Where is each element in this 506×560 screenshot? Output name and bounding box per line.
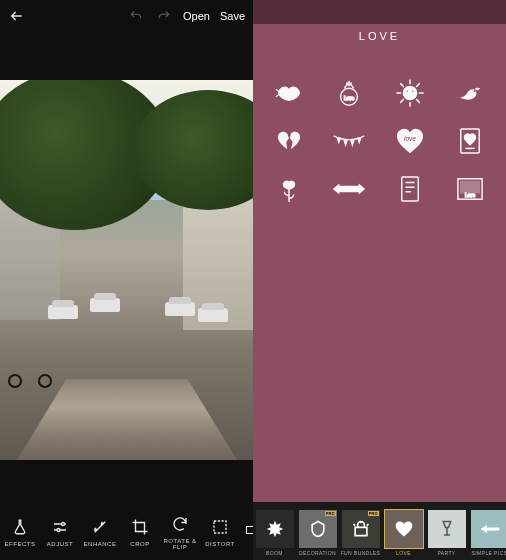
rotate-icon: [170, 514, 190, 534]
category-label: SIMPLE PICS: [472, 550, 506, 556]
crop-icon: [130, 517, 150, 537]
category-simple[interactable]: SIMPLE PICS: [468, 506, 506, 556]
tool-label: DISTORT: [205, 541, 235, 547]
svg-rect-12: [401, 177, 418, 201]
tool-label: CROP: [130, 541, 149, 547]
category-label: FUN BUNDLES: [341, 550, 381, 556]
sticker-broken-heart[interactable]: [272, 126, 306, 156]
photo-canvas[interactable]: [0, 80, 253, 460]
category-party[interactable]: PARTY: [425, 506, 468, 556]
back-icon[interactable]: [8, 7, 26, 25]
sticker-card[interactable]: [453, 126, 487, 156]
tool-label: EFFECTS: [5, 541, 36, 547]
tool-distort[interactable]: DISTORT: [200, 517, 240, 547]
svg-point-0: [62, 523, 65, 526]
wand-icon: [90, 517, 110, 537]
category-boom[interactable]: BOOM: [253, 506, 296, 556]
tool-enhance[interactable]: ENHANCE: [80, 517, 120, 547]
redo-icon[interactable]: [155, 7, 173, 25]
sticker-ribbon[interactable]: [332, 174, 366, 204]
category-label: DECORATION: [299, 550, 336, 556]
svg-point-9: [474, 90, 476, 92]
tool-rotate[interactable]: ROTATE & FLIP: [160, 514, 200, 550]
svg-text:love: love: [404, 135, 416, 142]
distort-icon: [210, 517, 230, 537]
tool-more[interactable]: [240, 520, 253, 544]
svg-text:Love: Love: [344, 96, 355, 101]
tool-effects[interactable]: EFFECTS: [0, 517, 40, 547]
tool-label: ROTATE & FLIP: [160, 538, 200, 550]
category-fun-bundles[interactable]: PROFUN BUNDLES: [339, 506, 382, 556]
svg-rect-14: [461, 182, 480, 193]
category-label: BOOM: [266, 550, 283, 556]
sliders-icon: [50, 517, 70, 537]
tool-label: ENHANCE: [84, 541, 117, 547]
category-thumb: [256, 510, 294, 548]
category-thumb: PRO: [342, 510, 380, 548]
category-thumb: [428, 510, 466, 548]
sticker-polaroid[interactable]: Love: [453, 174, 487, 204]
sticker-flower[interactable]: [272, 174, 306, 204]
tool-adjust[interactable]: ADJUST: [40, 517, 80, 547]
tool-label: ADJUST: [47, 541, 73, 547]
tool-crop[interactable]: CROP: [120, 517, 160, 547]
sticker-ring[interactable]: Love: [332, 78, 366, 108]
flask-icon: [10, 517, 30, 537]
status-bar: [253, 0, 506, 24]
category-love[interactable]: LOVE: [382, 506, 425, 556]
more-icon: [240, 520, 253, 540]
undo-icon[interactable]: [127, 7, 145, 25]
category-label: LOVE: [396, 550, 411, 556]
svg-point-1: [57, 529, 60, 532]
svg-text:Love: Love: [465, 193, 475, 198]
editor-topbar: Open Save: [0, 0, 253, 32]
sticker-grid: Love love Love: [253, 68, 506, 214]
category-thumb: PRO: [299, 510, 337, 548]
sticker-note[interactable]: [393, 174, 427, 204]
svg-point-8: [411, 90, 414, 93]
sticker-kiss[interactable]: [272, 78, 306, 108]
category-decoration[interactable]: PRODECORATION: [296, 506, 339, 556]
svg-rect-2: [214, 521, 226, 533]
sticker-sun-icon[interactable]: [393, 78, 427, 108]
open-button[interactable]: Open: [183, 10, 210, 22]
editor-toolbar: EFFECTS ADJUST ENHANCE CROP ROTATE & FLI…: [0, 504, 253, 560]
svg-point-6: [403, 86, 416, 99]
save-button[interactable]: Save: [220, 10, 245, 22]
sticker-category-title: LOVE: [253, 30, 506, 42]
category-strip: BOOMPRODECORATIONPROFUN BUNDLESLOVEPARTY…: [253, 502, 506, 560]
sticker-bird[interactable]: [453, 78, 487, 108]
sticker-bunting[interactable]: [332, 126, 366, 156]
category-thumb: [385, 510, 423, 548]
sticker-heart-love[interactable]: love: [393, 126, 427, 156]
editor-pane: Open Save EFFECTS ADJUST ENHANCE CROP: [0, 0, 253, 560]
sticker-pane: LOVE Love love Love BOOMPRODECORATIONPRO…: [253, 0, 506, 560]
category-label: PARTY: [437, 550, 455, 556]
svg-point-7: [405, 90, 408, 93]
category-thumb: [471, 510, 507, 548]
